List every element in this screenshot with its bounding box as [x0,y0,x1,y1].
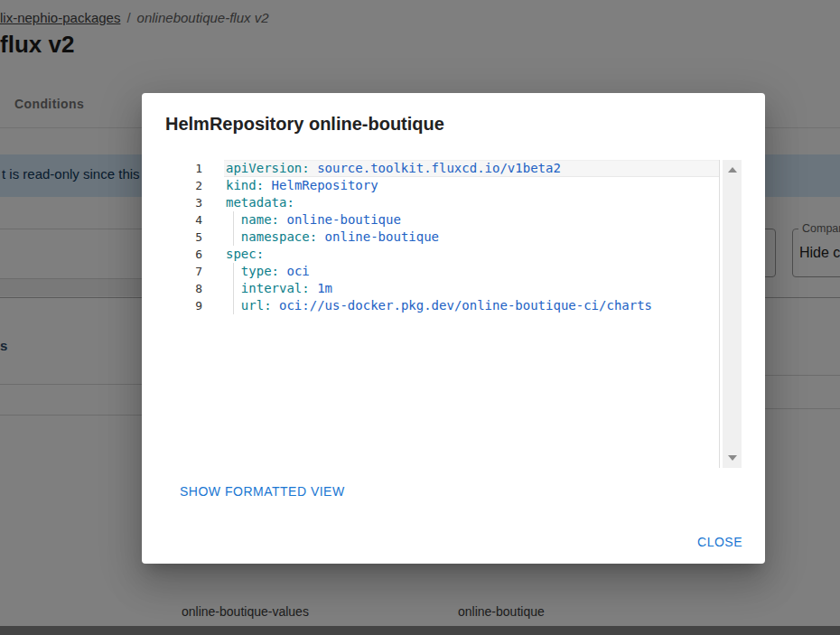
code-content: interval: 1m [224,280,719,297]
line-number: 6 [187,246,224,263]
show-formatted-view-button[interactable]: SHOW FORMATTED VIEW [180,484,345,499]
code-content: name: online-boutique [224,211,719,229]
scrollbar-up-icon[interactable] [728,167,737,173]
line-number: 3 [187,194,224,211]
indent-guide [233,280,234,297]
code-line-9: 9 url: oci://us-docker.pkg.dev/online-bo… [187,297,719,314]
code-content: type: oci [224,263,719,280]
dialog-title: HelmRepository online-boutique [165,114,444,135]
code-line-8: 8 interval: 1m [187,280,719,297]
code-line-1: 1apiVersion: source.toolkit.fluxcd.io/v1… [187,160,719,177]
editor-scrollbar[interactable] [723,160,742,468]
line-number: 2 [187,177,224,194]
indent-guide [233,229,234,246]
line-number: 7 [187,263,224,280]
code-content: spec: [224,246,719,263]
code-content: apiVersion: source.toolkit.fluxcd.io/v1b… [224,160,719,177]
line-number: 5 [187,229,224,246]
code-content: metadata: [224,194,719,211]
line-number: 4 [187,211,224,229]
yaml-editor-lines: 1apiVersion: source.toolkit.fluxcd.io/v1… [187,160,719,314]
code-content: kind: HelmRepository [224,177,719,194]
code-content: url: oci://us-docker.pkg.dev/online-bout… [224,297,719,314]
close-button[interactable]: CLOSE [697,535,742,549]
yaml-editor[interactable]: 1apiVersion: source.toolkit.fluxcd.io/v1… [187,160,720,468]
line-number: 8 [187,280,224,297]
code-line-3: 3metadata: [187,194,719,211]
code-line-2: 2kind: HelmRepository [187,177,719,194]
helm-repository-dialog: HelmRepository online-boutique 1apiVersi… [142,93,765,564]
line-number: 9 [187,297,224,314]
indent-guide [233,297,234,314]
code-line-7: 7 type: oci [187,263,719,280]
indent-guide [233,263,234,280]
indent-guide [233,211,234,229]
code-line-4: 4 name: online-boutique [187,211,719,229]
line-number: 1 [187,160,224,177]
code-line-6: 6spec: [187,246,719,263]
scrollbar-down-icon[interactable] [728,455,737,461]
code-line-5: 5 namespace: online-boutique [187,229,719,246]
code-content: namespace: online-boutique [224,229,719,246]
